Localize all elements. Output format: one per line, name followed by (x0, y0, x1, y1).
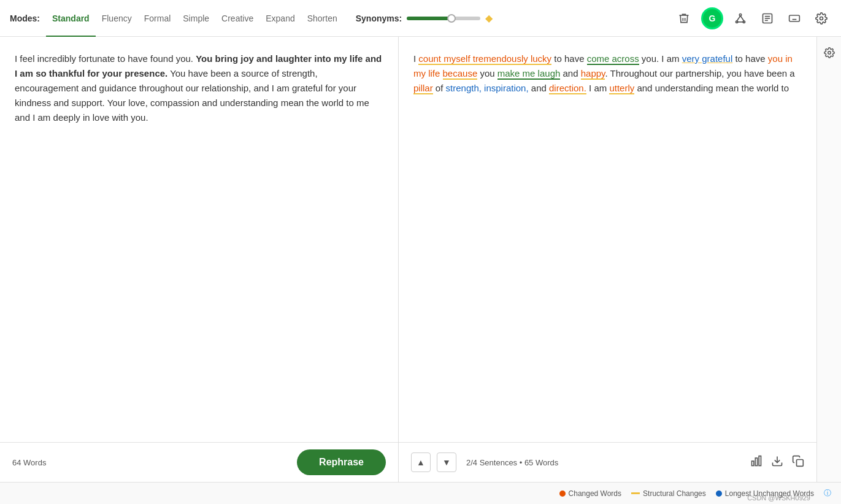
svg-point-22 (828, 52, 831, 55)
word-count: 64 Words (12, 458, 46, 467)
synonyms-section: Synonyms: ◆ (356, 12, 493, 24)
slider-thumb[interactable] (447, 14, 456, 23)
longest-unchanged-dot (716, 491, 722, 497)
right-panel: I count myself tremendously lucky to hav… (399, 37, 816, 482)
structural-changes-label: Structural Changes (643, 489, 706, 498)
left-footer: 64 Words Rephrase (0, 442, 398, 482)
svg-line-3 (737, 15, 740, 20)
output-and2: and (529, 83, 549, 93)
app-container: Modes: Standard Fluency Formal Simple Cr… (0, 0, 841, 504)
output-very-grateful: very grateful (682, 53, 733, 64)
output-rest: and understanding mean the world to (634, 83, 789, 93)
info-icon[interactable]: ⓘ (824, 488, 831, 498)
svg-point-0 (739, 13, 741, 15)
output-and: and (560, 68, 580, 78)
chart-icon[interactable] (750, 455, 762, 470)
right-sidebar (816, 37, 841, 482)
output-happy: happy (581, 68, 605, 80)
top-bar-right: G (674, 7, 831, 29)
output-utterly: utterly (609, 83, 634, 94)
output-strength: strength, (446, 83, 482, 93)
svg-rect-21 (797, 459, 804, 466)
main-content: I feel incredibly fortunate to have foun… (0, 37, 841, 482)
legend-structural-changes: Structural Changes (631, 489, 706, 498)
output-of: of (433, 83, 446, 93)
structural-changes-dash (631, 492, 640, 494)
svg-rect-18 (755, 458, 757, 466)
grammarly-button[interactable]: G (701, 7, 723, 29)
svg-rect-10 (789, 15, 800, 21)
legend-changed-words: Changed Words (559, 489, 622, 498)
trash-icon[interactable] (674, 9, 694, 28)
output-space (440, 68, 442, 78)
output-i-am: I am (586, 83, 610, 93)
svg-line-4 (740, 15, 744, 20)
top-bar: Modes: Standard Fluency Formal Simple Cr… (0, 0, 841, 37)
diamond-icon: ◆ (485, 12, 493, 24)
output-direction: direction. (549, 83, 586, 94)
right-footer: ▲ ▼ 2/4 Sentences • 65 Words (399, 442, 816, 482)
output-text-area[interactable]: I count myself tremendously lucky to hav… (399, 37, 816, 442)
output-pillar: pillar (413, 83, 433, 94)
mode-formal[interactable]: Formal (138, 11, 177, 26)
input-text-start: I feel incredibly fortunate to have foun… (15, 53, 196, 64)
settings-icon[interactable] (812, 9, 831, 28)
nav-up-button[interactable]: ▲ (411, 452, 431, 472)
changed-words-label: Changed Words (569, 489, 622, 498)
output-inspiration: inspiration, (484, 83, 529, 93)
output-make-me-laugh: make me laugh (497, 68, 561, 80)
watermark: CSDN @WSKH0929 (747, 494, 810, 502)
output-to-have2: to have (732, 53, 768, 64)
svg-point-16 (820, 17, 823, 20)
input-text-area[interactable]: I feel incredibly fortunate to have foun… (0, 37, 398, 442)
rephrase-button[interactable]: Rephrase (297, 449, 386, 475)
mode-fluency[interactable]: Fluency (96, 11, 138, 26)
output-throughout: . Throughout our partnership, you have b… (605, 68, 794, 78)
nav-down-button[interactable]: ▼ (437, 452, 456, 472)
bottom-legend: Changed Words Structural Changes Longest… (0, 482, 841, 504)
network-icon[interactable] (731, 9, 750, 28)
mode-creative[interactable]: Creative (215, 11, 259, 26)
output-count-myself: count myself tremendously lucky (418, 53, 551, 65)
output-to-have: to have (551, 53, 587, 64)
output-because: because (443, 68, 478, 80)
mode-expand[interactable]: Expand (259, 11, 301, 26)
output-you: you. I am (639, 53, 682, 64)
right-footer-icons (750, 455, 804, 470)
keyboard-icon[interactable] (785, 9, 804, 28)
changed-words-dot (559, 491, 566, 497)
download-icon[interactable] (771, 455, 783, 470)
document-icon[interactable] (758, 9, 777, 28)
sentence-info: 2/4 Sentences • 65 Words (466, 458, 558, 467)
svg-rect-19 (759, 456, 761, 465)
synonyms-slider[interactable] (407, 17, 480, 20)
left-panel: I feel incredibly fortunate to have foun… (0, 37, 399, 482)
svg-rect-17 (752, 461, 754, 466)
mode-shorten[interactable]: Shorten (301, 11, 344, 26)
copy-icon[interactable] (792, 455, 804, 470)
modes-label: Modes: (10, 13, 40, 23)
output-you2: you (477, 68, 497, 78)
output-come-across: come across (587, 53, 639, 65)
mode-standard[interactable]: Standard (46, 11, 96, 26)
mode-simple[interactable]: Simple (177, 11, 215, 26)
synonyms-label: Synonyms: (356, 13, 402, 23)
sidebar-settings-icon[interactable] (821, 44, 838, 61)
